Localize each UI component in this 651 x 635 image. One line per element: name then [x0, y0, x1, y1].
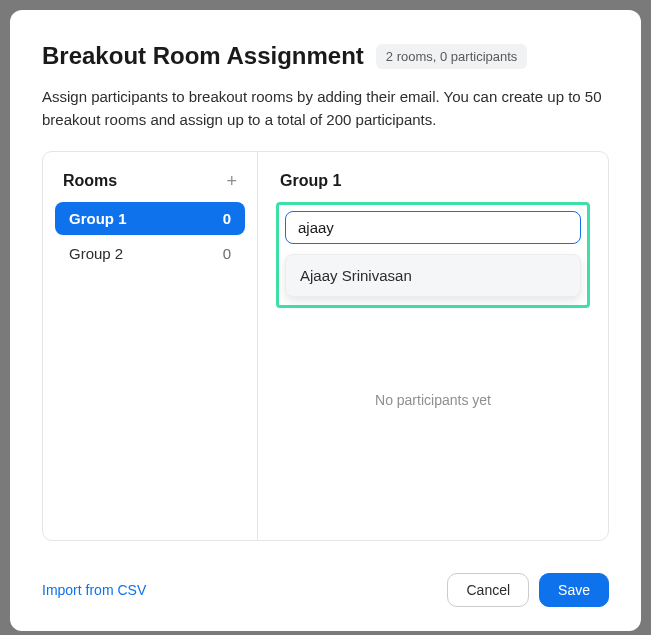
- modal-description: Assign participants to breakout rooms by…: [42, 86, 609, 131]
- add-room-button[interactable]: +: [226, 172, 237, 190]
- cancel-button[interactable]: Cancel: [447, 573, 529, 607]
- save-button[interactable]: Save: [539, 573, 609, 607]
- suggestion-item[interactable]: Ajaay Srinivasan: [286, 255, 580, 296]
- rooms-title: Rooms: [63, 172, 117, 190]
- no-participants-message: No participants yet: [276, 392, 590, 408]
- breakout-assignment-modal: Breakout Room Assignment 2 rooms, 0 part…: [10, 10, 641, 631]
- room-item-group-1[interactable]: Group 1 0: [55, 202, 245, 235]
- room-item-label: Group 2: [69, 245, 123, 262]
- rooms-panel: Rooms + Group 1 0 Group 2 0: [43, 152, 258, 540]
- room-item-label: Group 1: [69, 210, 127, 227]
- room-item-group-2[interactable]: Group 2 0: [55, 237, 245, 270]
- participant-search-input[interactable]: [285, 211, 581, 244]
- modal-header: Breakout Room Assignment 2 rooms, 0 part…: [42, 42, 609, 70]
- modal-footer: Import from CSV Cancel Save: [42, 573, 609, 607]
- panels-container: Rooms + Group 1 0 Group 2 0 Group 1 Ajaa…: [42, 151, 609, 541]
- import-csv-link[interactable]: Import from CSV: [42, 582, 146, 598]
- detail-panel: Group 1 Ajaay Srinivasan No participants…: [258, 152, 608, 540]
- room-item-count: 0: [223, 245, 231, 262]
- room-summary-badge: 2 rooms, 0 participants: [376, 44, 528, 69]
- room-item-count: 0: [223, 210, 231, 227]
- modal-title: Breakout Room Assignment: [42, 42, 364, 70]
- suggestion-dropdown: Ajaay Srinivasan: [285, 254, 581, 297]
- search-highlight-box: Ajaay Srinivasan: [276, 202, 590, 308]
- selected-group-title: Group 1: [276, 172, 590, 190]
- rooms-header: Rooms +: [55, 172, 245, 202]
- footer-buttons: Cancel Save: [447, 573, 609, 607]
